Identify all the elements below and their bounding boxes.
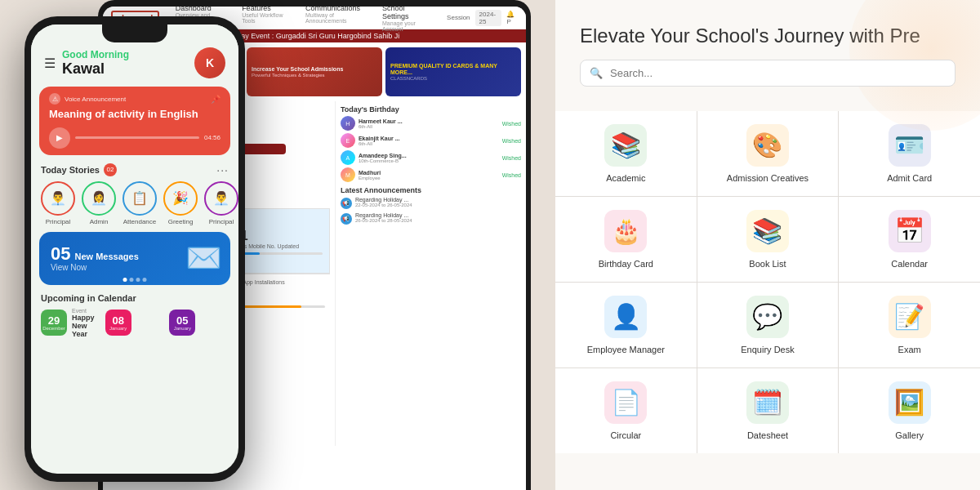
cal-date-num-2: 08 (112, 315, 123, 326)
messages-card[interactable]: 05 New Messages View Now ✉️ (39, 232, 230, 285)
bday-info-3: Amandeep Sing... 10th-Commerce-B (359, 153, 499, 163)
bday-name-4: Madhuri (359, 170, 499, 176)
nav-communications[interactable]: Communications Multiway of Announcements (305, 7, 368, 32)
nav-school-settings[interactable]: School Settings Manage your Account (382, 7, 430, 32)
ann-content-1: Regarding Holiday ... 22-05-2024 to 26-0… (355, 197, 412, 207)
feature-card-enquiry-desk[interactable]: 💬 Enquiry Desk (697, 283, 839, 368)
story-name-principal-2: Principal (209, 218, 234, 225)
feature-icon-wrap-book-list: 📚 (746, 210, 789, 252)
icons-row: 🔔 P (506, 11, 518, 25)
search-input[interactable] (580, 60, 956, 87)
bday-wished-4: Wished (502, 172, 521, 178)
greeting-text: Good Morning (62, 49, 194, 60)
feature-icon-birthday-card: 🎂 (611, 216, 641, 245)
feature-card-circular[interactable]: 📄 Circular (555, 368, 697, 453)
feature-icon-gallery: 🖼️ (894, 388, 924, 416)
story-name-principal-1: Principal (46, 218, 71, 225)
feature-label-employee-manager: Employee Manager (587, 345, 665, 354)
tablet-right-col: Today's Birthday H Harmeet Kaur ... 6th-… (336, 101, 526, 446)
feature-card-admission-creatives[interactable]: 🎨 Admission Creatives (697, 111, 839, 196)
tablet-header-right: Session 2024-25 🔔 P (447, 10, 518, 26)
story-greeting[interactable]: 🎉 Greeting (163, 181, 198, 225)
feature-card-employee-manager[interactable]: 👤 Employee Manager (555, 283, 697, 368)
user-name: Kawal (62, 60, 194, 78)
feature-icon-calendar: 📅 (894, 216, 924, 245)
user-avatar[interactable]: K (194, 47, 225, 78)
feature-icon-wrap-admission-creatives: 🎨 (746, 124, 789, 167)
story-principal-1[interactable]: 👨‍💼 Principal (41, 181, 75, 225)
cal-date-mon-1: December (42, 326, 65, 331)
feature-card-academic[interactable]: 📚 Academic (555, 111, 697, 196)
feature-icon-wrap-admit-card: 🪪 (889, 124, 931, 167)
bday-avatar-4: M (341, 167, 355, 182)
stories-more-icon[interactable]: ··· (216, 163, 229, 176)
story-avatar-admin: 👩‍💼 (82, 181, 116, 216)
feature-label-admission-creatives: Admission Creatives (727, 173, 808, 183)
messages-count: 05 (51, 245, 70, 263)
nav-features[interactable]: Features Useful Workflow Tools (242, 7, 291, 32)
audio-progress-bar[interactable] (75, 136, 199, 139)
mobile-phone: ☰ Good Morning Kawal K ⚠ Voice Announcem… (24, 16, 245, 482)
play-button[interactable]: ▶ (49, 127, 70, 149)
dot-1 (123, 278, 127, 282)
feature-label-gallery: Gallery (895, 430, 924, 440)
feature-card-calendar[interactable]: 📅 Calendar (839, 197, 980, 282)
birthday-item-3: A Amandeep Sing... 10th-Commerce-B Wishe… (341, 150, 521, 165)
feature-icon-wrap-employee-manager: 👤 (604, 296, 647, 338)
feature-label-admit-card: Admit Card (887, 173, 932, 183)
session-label: Session (447, 14, 470, 21)
story-principal-2[interactable]: 👨‍💼 Principal (204, 181, 238, 225)
banner-3[interactable]: PREMIUM QUALITY ID CARDS & MANY MORE... … (385, 47, 521, 96)
feature-card-birthday-card[interactable]: 🎂 Birthday Card (555, 197, 697, 282)
bday-avatar-1: H (341, 116, 355, 131)
cal-event-info-1: Event Happy New Year (72, 308, 100, 338)
story-attendance[interactable]: 📋 Attendance (122, 181, 157, 225)
feature-label-circular: Circular (610, 430, 641, 440)
cal-date-box-1: 29 December (41, 310, 67, 336)
feature-icon-wrap-circular: 📄 (604, 381, 647, 424)
dot-4 (143, 278, 147, 282)
banner-2-sub: Powerful Techniques & Strategies (252, 73, 377, 78)
feature-card-gallery[interactable]: 🖼️ Gallery (839, 368, 980, 453)
ann-icon-2: 📢 (341, 213, 352, 225)
cal-event-2: 08 January (105, 308, 165, 338)
messages-dots (123, 278, 147, 282)
bday-avatar-3: A (341, 150, 355, 165)
banner-3-title: PREMIUM QUALITY ID CARDS & MANY MORE... (390, 63, 516, 75)
story-admin[interactable]: 👩‍💼 Admin (82, 181, 116, 225)
feature-icon-wrap-gallery: 🖼️ (889, 381, 931, 424)
feature-label-datesheet: Datesheet (747, 430, 788, 440)
feature-icon-wrap-birthday-card: 🎂 (604, 210, 647, 252)
voice-player: ▶ 04:56 (49, 127, 220, 149)
feature-card-admit-card[interactable]: 🪪 Admit Card (839, 111, 980, 196)
feature-label-calendar: Calendar (891, 259, 928, 269)
messages-envelope-icon: ✉️ (185, 241, 222, 275)
dot-3 (136, 278, 140, 282)
left-panel: classon! Dashboard Overview and Statisti… (0, 0, 555, 490)
story-name-admin: Admin (90, 218, 109, 225)
bday-info-1: Harmeet Kaur ... 6th-All (359, 118, 499, 129)
feature-card-exam[interactable]: 📝 Exam (839, 283, 980, 368)
voice-label: Voice Announcement (65, 96, 126, 103)
banner-2[interactable]: Increase Your School Admissions Powerful… (247, 47, 382, 96)
messages-action[interactable]: View Now (51, 263, 139, 272)
voice-title: Meaning of activity in English (49, 108, 220, 121)
feature-card-book-list[interactable]: 📚 Book List (697, 197, 839, 282)
feature-card-datesheet[interactable]: 🗓️ Datesheet (697, 368, 839, 453)
stories-list: 👨‍💼 Principal 👩‍💼 Admin 📋 Attendance 🎉 G… (31, 181, 238, 232)
feature-label-exam: Exam (898, 345, 921, 354)
feature-icon-book-list: 📚 (752, 216, 782, 245)
ann-date-2: 26-05-2024 to 28-05-2024 (355, 218, 412, 223)
cal-date-mon-2: January (109, 326, 127, 331)
feature-icon-academic: 📚 (611, 131, 641, 159)
bday-class-3: 10th-Commerce-B (359, 158, 499, 163)
stories-title-row: Today Stories 02 (41, 163, 117, 176)
bday-wished-1: Wished (502, 121, 521, 127)
menu-icon[interactable]: ☰ (44, 56, 56, 71)
cal-date-box-2: 08 January (105, 310, 131, 336)
cal-event-name-1: Happy New Year (72, 314, 100, 338)
feature-icon-enquiry-desk: 💬 (752, 302, 782, 331)
bday-avatar-2: E (341, 133, 355, 148)
search-container: 🔍 (580, 60, 956, 87)
features-grid: 📚 Academic 🎨 Admission Creatives 🪪 Admit… (555, 111, 980, 453)
